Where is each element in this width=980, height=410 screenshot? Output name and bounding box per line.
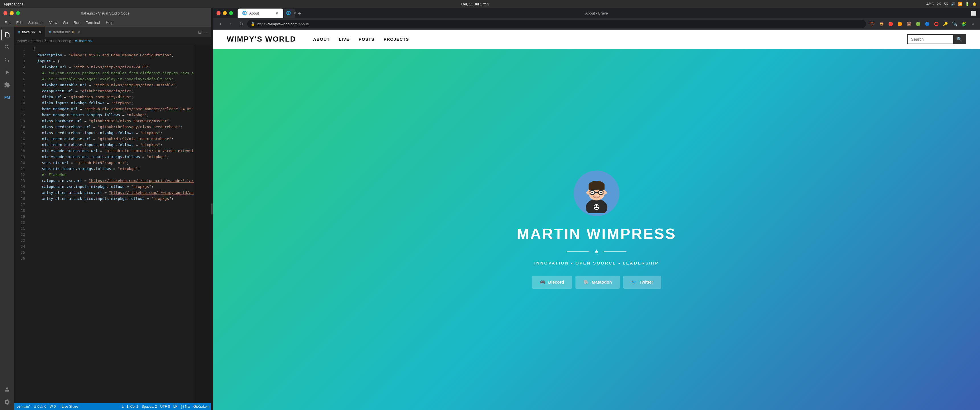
split-editor-icon[interactable]: ⊟ bbox=[198, 29, 202, 35]
brave-tab-close-icon-2[interactable]: ✕ bbox=[293, 11, 297, 15]
ww-header: WIMPY'S WORLD ABOUT LIVE POSTS PROJECTS … bbox=[213, 30, 980, 49]
breadcrumb-martin[interactable]: martin bbox=[30, 39, 41, 43]
brave-close-button[interactable] bbox=[216, 11, 221, 15]
statusbar-errors[interactable]: ⊗ 0 ⚠ 0 bbox=[33, 405, 46, 408]
brave-shields-icon[interactable]: 🛡 bbox=[868, 20, 876, 28]
forward-button[interactable]: › bbox=[227, 20, 235, 28]
twitter-button[interactable]: 🐦 Twitter bbox=[623, 276, 661, 289]
menu-selection[interactable]: Selection bbox=[26, 20, 46, 25]
panel-separator[interactable] bbox=[211, 8, 213, 410]
nav-live[interactable]: LIVE bbox=[339, 37, 349, 41]
brave-maximize-button[interactable] bbox=[229, 11, 233, 15]
brave-rewards-icon[interactable]: 🦁 bbox=[877, 20, 885, 28]
discord-button[interactable]: 🎮 Discord bbox=[532, 276, 572, 289]
url-domain: wimpysworld.com bbox=[268, 22, 298, 26]
extension-icon-4[interactable]: 🟢 bbox=[914, 20, 922, 28]
maximize-icon[interactable]: ⬜ bbox=[971, 11, 977, 16]
extension-icon-3[interactable]: 🐻 bbox=[905, 20, 913, 28]
tab-default-nix[interactable]: ❄ default.nix M ✕ bbox=[45, 27, 84, 37]
ww-logo[interactable]: WIMPY'S WORLD bbox=[227, 35, 296, 44]
extension-icon-7[interactable]: 🔑 bbox=[941, 20, 949, 28]
run-debug-icon[interactable] bbox=[2, 67, 13, 78]
more-actions-icon[interactable]: ⋯ bbox=[204, 29, 208, 35]
tab-close-icon[interactable]: ✕ bbox=[38, 30, 42, 35]
code-line-17: nixos-hardware.url = "github:NixOS/nixos… bbox=[33, 118, 194, 124]
tab-flake-nix[interactable]: ❄ flake.nix ✕ bbox=[14, 27, 45, 37]
refresh-button[interactable]: ↻ bbox=[237, 20, 245, 28]
statusbar-encoding[interactable]: UTF-8 bbox=[161, 405, 170, 408]
ww-name: MARTIN WIMPRESS bbox=[517, 225, 676, 242]
statusbar-spaces[interactable]: Spaces: 2 bbox=[142, 405, 157, 408]
back-button[interactable]: ‹ bbox=[216, 20, 224, 28]
brave-minimize-button[interactable] bbox=[223, 11, 227, 15]
code-line-19: nixos-needtoreboot.url = "github:thefoss… bbox=[33, 124, 194, 130]
close-button[interactable] bbox=[3, 11, 7, 15]
tab-close-icon-2[interactable]: ✕ bbox=[77, 30, 81, 35]
system-net-up: 5K bbox=[944, 2, 948, 6]
extension-icon-6[interactable]: ⭕ bbox=[932, 20, 940, 28]
statusbar-eol[interactable]: LF bbox=[173, 405, 178, 408]
brave-tab-new[interactable]: 🌐 ✕ bbox=[284, 8, 295, 17]
statusbar-position[interactable]: Ln 1, Col 1 bbox=[122, 405, 138, 408]
breadcrumb-flake-nix[interactable]: ❄ flake.nix bbox=[75, 39, 92, 43]
menu-run[interactable]: Run bbox=[71, 20, 83, 25]
menu-help[interactable]: Help bbox=[103, 20, 116, 25]
brave-traffic-lights bbox=[216, 11, 233, 15]
extension-icon-9[interactable]: 🧩 bbox=[959, 20, 967, 28]
vscode-statusbar: ⎇ main* ⊗ 0 ⚠ 0 W 0 ↕ Live Share Ln 1, C… bbox=[14, 403, 211, 410]
mastodon-button[interactable]: 🐘 Mastodon bbox=[576, 276, 620, 289]
breadcrumb-nix-config[interactable]: nix-config bbox=[55, 39, 71, 43]
statusbar-git[interactable]: GitKraken bbox=[193, 405, 208, 408]
address-bar[interactable]: 🔒 https://wimpysworld.com/about/ bbox=[247, 20, 866, 28]
search-input[interactable] bbox=[908, 35, 953, 43]
nav-projects[interactable]: PROJECTS bbox=[384, 37, 409, 41]
code-editor[interactable]: { description = "Wimpy's NixOS and Home … bbox=[29, 45, 194, 403]
extension-icon-8[interactable]: 📎 bbox=[950, 20, 958, 28]
brave-tab-close-icon[interactable]: ✕ bbox=[275, 11, 278, 15]
menu-edit[interactable]: Edit bbox=[14, 20, 25, 25]
system-bar-left: Applications bbox=[3, 2, 23, 6]
menu-view[interactable]: View bbox=[47, 20, 60, 25]
minimize-button[interactable] bbox=[10, 11, 14, 15]
extension-icon-2[interactable]: 🟠 bbox=[896, 20, 904, 28]
source-control-icon[interactable] bbox=[2, 54, 13, 65]
twitter-icon: 🐦 bbox=[631, 280, 637, 285]
maximize-button[interactable] bbox=[16, 11, 20, 15]
system-temp: 43°C bbox=[926, 2, 934, 6]
extensions-icon[interactable] bbox=[2, 79, 13, 91]
code-line-9: catppuccin.url = "github:catppuccin/nix"… bbox=[33, 88, 194, 94]
menu-file[interactable]: File bbox=[2, 20, 13, 25]
menu-terminal[interactable]: Terminal bbox=[84, 20, 102, 25]
brave-titlebar: 🌐 About ✕ 🌐 ✕ + About - Brave ⬜ bbox=[213, 8, 980, 18]
code-line-29: sops-nix.inputs.nixpkgs.follows = "nixpk… bbox=[33, 166, 194, 172]
search-icon[interactable] bbox=[2, 41, 13, 53]
fm-icon[interactable]: FM bbox=[2, 92, 13, 103]
new-tab-button[interactable]: + bbox=[296, 10, 304, 17]
system-bar-center: Thu, 11 Jul 17:53 bbox=[461, 2, 489, 6]
svg-point-14 bbox=[592, 192, 593, 193]
ww-search: 🔍 bbox=[907, 34, 966, 44]
applications-menu[interactable]: Applications bbox=[3, 2, 23, 6]
breadcrumb-home[interactable]: home bbox=[18, 39, 27, 43]
svg-point-17 bbox=[603, 191, 607, 194]
statusbar-live-share[interactable]: ↕ Live Share bbox=[59, 405, 78, 408]
statusbar-language[interactable]: { } Nix bbox=[181, 405, 190, 408]
svg-point-15 bbox=[600, 192, 602, 193]
search-button[interactable]: 🔍 bbox=[953, 35, 966, 44]
menu-go[interactable]: Go bbox=[61, 20, 70, 25]
settings-icon[interactable] bbox=[2, 396, 13, 408]
code-line-31: #· FlakeHub bbox=[33, 172, 194, 178]
brave-tab-label: About bbox=[249, 11, 259, 15]
editor-main[interactable]: 12345 678910 1112131415 1617181920 21222… bbox=[14, 45, 211, 403]
explorer-icon[interactable] bbox=[2, 29, 13, 40]
brave-menu-icon[interactable]: ≡ bbox=[969, 20, 977, 28]
brave-tab-about[interactable]: 🌐 About ✕ bbox=[238, 8, 283, 17]
nav-about[interactable]: ABOUT bbox=[313, 37, 329, 41]
website-content[interactable]: WIMPY'S WORLD ABOUT LIVE POSTS PROJECTS … bbox=[213, 30, 980, 410]
statusbar-branch[interactable]: ⎇ main* bbox=[16, 405, 30, 408]
breadcrumb-zero[interactable]: Zero bbox=[44, 39, 52, 43]
nav-posts[interactable]: POSTS bbox=[359, 37, 375, 41]
extension-icon-1[interactable]: 🔴 bbox=[886, 20, 894, 28]
extension-icon-5[interactable]: 🔵 bbox=[923, 20, 931, 28]
account-icon[interactable] bbox=[2, 384, 13, 395]
